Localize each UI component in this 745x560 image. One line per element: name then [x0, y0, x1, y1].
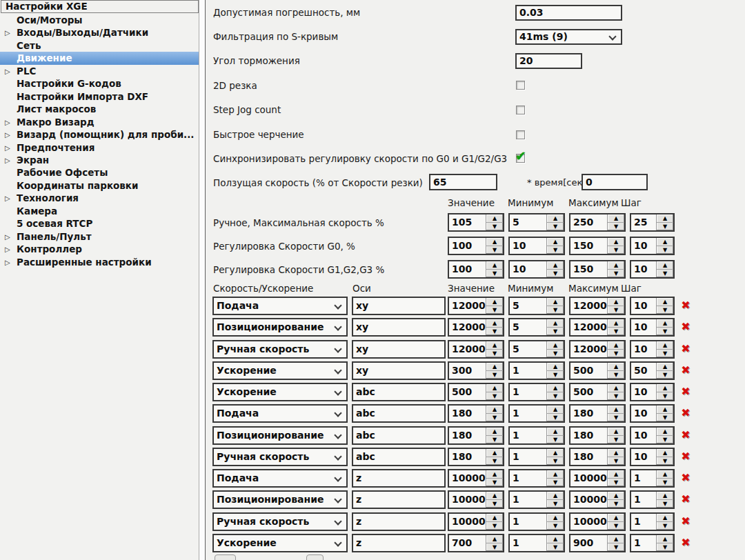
spin-up-icon[interactable]: ▲: [547, 261, 564, 270]
row-type-select[interactable]: Подача: [212, 469, 348, 488]
spin-buttons[interactable]: ▲▼: [607, 363, 624, 379]
spin-buttons[interactable]: ▲▼: [656, 298, 673, 314]
spin-buttons[interactable]: ▲▼: [607, 298, 624, 314]
spin-down-icon[interactable]: ▼: [608, 350, 624, 357]
sidebar-item[interactable]: ▷Контроллер: [0, 243, 199, 256]
delete-row-button[interactable]: ✖: [679, 407, 692, 419]
spin-up-icon[interactable]: ▲: [547, 341, 564, 350]
spinbox[interactable]: 180▲▼: [569, 448, 626, 466]
spin-buttons[interactable]: ▲▼: [546, 214, 564, 230]
spin-up-icon[interactable]: ▲: [486, 406, 503, 414]
spin-buttons[interactable]: ▲▼: [486, 319, 503, 335]
row-axes-input[interactable]: z: [352, 534, 446, 552]
spin-down-icon[interactable]: ▼: [657, 223, 673, 230]
sidebar-item[interactable]: ▷Панель/Пульт: [0, 230, 199, 243]
spin-buttons[interactable]: ▲▼: [546, 261, 564, 277]
spin-buttons[interactable]: ▲▼: [607, 492, 624, 508]
spinbox[interactable]: 180▲▼: [448, 404, 504, 423]
spin-down-icon[interactable]: ▼: [486, 457, 503, 465]
row-type-select[interactable]: Позиционирование: [212, 426, 348, 445]
spinbox[interactable]: 12000▲▼: [569, 318, 626, 337]
spin-up-icon[interactable]: ▲: [547, 319, 564, 328]
spinbox[interactable]: 5▲▼: [508, 340, 565, 359]
spin-up-icon[interactable]: ▲: [608, 514, 624, 522]
spin-down-icon[interactable]: ▼: [608, 500, 624, 508]
row-axes-input[interactable]: xy: [352, 318, 446, 337]
sidebar-item[interactable]: Координаты парковки: [0, 179, 199, 192]
sidebar-item[interactable]: ▷PLC: [0, 65, 199, 78]
expander-icon[interactable]: ▷: [5, 116, 10, 129]
spin-buttons[interactable]: ▲▼: [486, 492, 503, 508]
spinbox[interactable]: 10▲▼: [630, 340, 675, 359]
bottom-button[interactable]: [306, 554, 324, 560]
spin-up-icon[interactable]: ▲: [486, 514, 503, 522]
spin-buttons[interactable]: ▲▼: [656, 514, 673, 530]
spin-up-icon[interactable]: ▲: [486, 238, 503, 246]
spin-up-icon[interactable]: ▲: [657, 514, 673, 522]
spin-up-icon[interactable]: ▲: [608, 298, 624, 306]
spin-buttons[interactable]: ▲▼: [486, 341, 503, 357]
spin-buttons[interactable]: ▲▼: [486, 261, 503, 277]
spinbox[interactable]: 50▲▼: [630, 361, 675, 380]
spin-down-icon[interactable]: ▼: [486, 306, 503, 314]
spin-buttons[interactable]: ▲▼: [607, 449, 624, 465]
spin-buttons[interactable]: ▲▼: [607, 406, 624, 421]
row-type-select[interactable]: Подача: [212, 297, 348, 315]
spin-down-icon[interactable]: ▼: [547, 328, 564, 335]
spinbox[interactable]: 500▲▼: [448, 383, 504, 401]
spin-buttons[interactable]: ▲▼: [486, 470, 503, 486]
spin-buttons[interactable]: ▲▼: [607, 470, 624, 486]
sync-speed-checkbox[interactable]: ✔: [516, 154, 525, 163]
spin-up-icon[interactable]: ▲: [486, 319, 503, 328]
row-axes-input[interactable]: xy: [352, 361, 446, 380]
row-type-select[interactable]: Ускорение: [212, 534, 348, 552]
spinbox[interactable]: 1▲▼: [508, 383, 565, 401]
spin-up-icon[interactable]: ▲: [547, 298, 564, 306]
spin-up-icon[interactable]: ▲: [608, 261, 624, 270]
spinbox[interactable]: 180▲▼: [448, 426, 504, 445]
spin-down-icon[interactable]: ▼: [657, 457, 673, 465]
spin-down-icon[interactable]: ▼: [608, 306, 624, 314]
spin-up-icon[interactable]: ▲: [486, 363, 503, 371]
row-axes-input[interactable]: z: [352, 469, 446, 488]
spin-down-icon[interactable]: ▼: [608, 436, 624, 443]
spin-down-icon[interactable]: ▼: [608, 479, 624, 486]
spin-down-icon[interactable]: ▼: [486, 371, 503, 379]
spinbox[interactable]: 900▲▼: [569, 534, 626, 552]
spin-down-icon[interactable]: ▼: [486, 522, 503, 530]
spin-down-icon[interactable]: ▼: [657, 392, 673, 400]
sidebar-header[interactable]: Настройки XGE: [1, 0, 199, 13]
row-type-select[interactable]: Ускорение: [212, 383, 348, 401]
step-jog-checkbox[interactable]: [516, 106, 525, 114]
spin-down-icon[interactable]: ▼: [657, 246, 673, 254]
spin-down-icon[interactable]: ▼: [486, 350, 503, 357]
sidebar-item[interactable]: Настройки G-кодов: [0, 77, 199, 90]
spin-up-icon[interactable]: ▲: [608, 428, 624, 436]
expander-icon[interactable]: ▷: [5, 128, 10, 141]
spin-down-icon[interactable]: ▼: [547, 500, 564, 508]
tolerance-input[interactable]: 0.03: [515, 5, 622, 21]
spinbox[interactable]: 12000▲▼: [569, 340, 626, 359]
spin-down-icon[interactable]: ▼: [608, 371, 624, 379]
spin-down-icon[interactable]: ▼: [657, 328, 673, 335]
spinbox[interactable]: 1▲▼: [508, 469, 565, 488]
spinbox[interactable]: 5▲▼: [508, 213, 565, 232]
expander-icon[interactable]: ▷: [5, 65, 10, 78]
spin-down-icon[interactable]: ▼: [608, 457, 624, 465]
row-axes-input[interactable]: abc: [352, 426, 446, 445]
spin-up-icon[interactable]: ▲: [486, 298, 503, 306]
spin-down-icon[interactable]: ▼: [486, 246, 503, 254]
spin-down-icon[interactable]: ▼: [547, 392, 564, 400]
sidebar-item[interactable]: 5 осевая RTCP: [0, 217, 199, 230]
row-axes-input[interactable]: xy: [352, 340, 446, 359]
delete-row-button[interactable]: ✖: [679, 299, 692, 312]
spin-buttons[interactable]: ▲▼: [546, 238, 564, 254]
delete-row-button[interactable]: ✖: [679, 515, 692, 528]
spin-down-icon[interactable]: ▼: [608, 270, 624, 277]
spin-buttons[interactable]: ▲▼: [486, 449, 503, 465]
spin-down-icon[interactable]: ▼: [657, 522, 673, 530]
spin-up-icon[interactable]: ▲: [486, 535, 503, 543]
spin-buttons[interactable]: ▲▼: [607, 535, 624, 551]
spin-down-icon[interactable]: ▼: [486, 223, 503, 230]
delete-row-button[interactable]: ✖: [679, 321, 692, 333]
